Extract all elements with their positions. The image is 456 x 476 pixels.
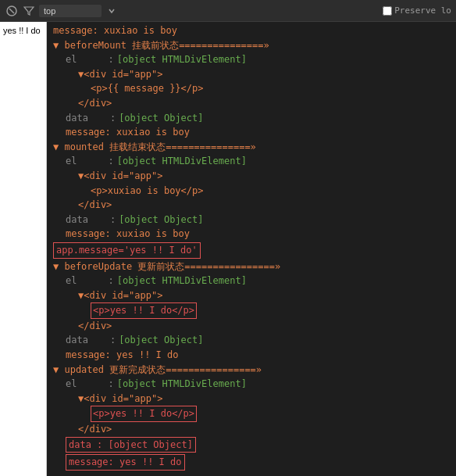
key-data2: data [66, 213, 88, 227]
clear-console-icon[interactable] [5, 4, 19, 18]
toolbar-left [5, 4, 119, 18]
msg-yes1: message: yes !! I do [66, 348, 179, 363]
div-app-open2: ▼<div id="app"> [78, 169, 162, 184]
list-item: message: yes !! I do [47, 348, 456, 363]
val-data: [object Object] [119, 111, 203, 126]
updated-header: ▼ updated 更新完成状态================» [53, 363, 262, 378]
val-el: [object HTMLDivElement] [117, 52, 247, 67]
list-item: </div> [47, 198, 456, 213]
sep5: : [108, 274, 113, 288]
mounted-header: ▼ mounted 挂载结束状态===============» [53, 140, 256, 155]
p-xuxiao: <p>xuxiao is boy</p> [91, 184, 204, 199]
list-item: message: yes !! I do [47, 454, 456, 471]
key-data3: data [66, 333, 88, 348]
key-el: el [66, 52, 77, 67]
list-item: ▼<div id="app"> [47, 392, 456, 406]
page-preview-text: yes !! I do [3, 25, 43, 37]
filter-icon[interactable] [22, 4, 36, 18]
key-el2: el [66, 154, 77, 169]
list-item: ▼ beforeUpdate 更新前状态================» [47, 259, 456, 274]
filter-input[interactable] [39, 5, 102, 17]
list-item: ▼ mounted 挂载结束状态===============» [47, 140, 456, 155]
console-text: message: xuxiao is boy [53, 23, 177, 38]
list-item: app.message='yes !! I do' [47, 242, 456, 259]
main-layout: yes !! I do message: xuxiao is boy ▼ bef… [0, 22, 456, 476]
list-item: data : [object Object] [47, 213, 456, 227]
list-item: el : [object HTMLDivElement] [47, 52, 456, 67]
sep6: : [110, 333, 116, 348]
list-item: ▼<div id="app"> [47, 67, 456, 82]
sep2: : [110, 111, 116, 126]
list-item: data : [object Object] [47, 333, 456, 348]
before-update-header: ▼ beforeUpdate 更新前状态================» [53, 259, 280, 274]
sep7: : [108, 377, 113, 392]
message-yes-boxed: message: yes !! I do [66, 454, 185, 471]
list-item: ▼ updated 更新完成状态================» [47, 363, 456, 378]
val-data3: [object Object] [119, 333, 203, 348]
list-item: <p>{{ message }}</p> [47, 81, 456, 96]
val-el2: [object HTMLDivElement] [117, 154, 247, 169]
list-item: data : [object Object] [47, 111, 456, 126]
list-item: </div> [47, 319, 456, 334]
p-yes-boxed2: <p>yes !! I do</p> [91, 406, 197, 422]
key-data: data [66, 111, 88, 126]
list-item: <p>xuxiao is boy</p> [47, 184, 456, 199]
before-mount-header: ▼ beforeMount 挂载前状态===============» [53, 38, 269, 53]
p-yes-boxed1: <p>yes !! I do</p> [91, 302, 197, 319]
list-item: </div> [47, 96, 456, 111]
list-item: <p>yes !! I do</p> [47, 406, 456, 422]
list-item: el : [object HTMLDivElement] [47, 154, 456, 169]
list-item: <p>yes !! I do</p> [47, 302, 456, 319]
sep4: : [110, 213, 116, 227]
top-bar: Preserve lo [0, 0, 456, 22]
list-item: ▼<div id="app"> [47, 169, 456, 184]
list-item: message: xuxiao is boy [47, 23, 456, 38]
data-boxed: data : [object Object] [66, 437, 196, 453]
list-item: data : [object Object] [47, 437, 456, 453]
console-panel[interactable]: message: xuxiao is boy ▼ beforeMount 挂载前… [47, 22, 456, 476]
div-close2: </div> [78, 198, 112, 213]
sep3: : [108, 154, 113, 169]
list-item: ▼ beforeMount 挂载前状态===============» [47, 38, 456, 53]
list-item: ▼<div id="app"> [47, 288, 456, 303]
val-el3: [object HTMLDivElement] [117, 274, 247, 288]
div-app-open4: ▼<div id="app"> [78, 392, 162, 406]
div-app-open: ▼<div id="app"> [78, 67, 162, 82]
msg-xuxiao2: message: xuxiao is boy [66, 227, 190, 242]
list-item: </div> [47, 422, 456, 437]
preserve-log-checkbox[interactable] [383, 6, 392, 16]
list-item: message: xuxiao is boy [47, 125, 456, 140]
p-message-template: <p>{{ message }}</p> [91, 81, 204, 96]
val-data2: [object Object] [119, 213, 203, 227]
preserve-log-label: Preserve lo [383, 5, 451, 16]
dropdown-arrow-icon[interactable] [105, 4, 119, 18]
div-close4: </div> [78, 422, 112, 437]
msg-xuxiao1: message: xuxiao is boy [66, 125, 190, 140]
div-close: </div> [78, 96, 112, 111]
page-preview-panel: yes !! I do [0, 22, 47, 476]
list-item: message: xuxiao is boy [47, 227, 456, 242]
app-message-boxed: app.message='yes !! I do' [53, 242, 201, 259]
sep: : [108, 52, 113, 67]
val-el4: [object HTMLDivElement] [117, 377, 247, 392]
div-close3: </div> [78, 319, 112, 334]
key-el3: el [66, 274, 77, 288]
svg-line-1 [9, 9, 14, 13]
div-app-open3: ▼<div id="app"> [78, 288, 162, 303]
list-item: el : [object HTMLDivElement] [47, 274, 456, 288]
key-el4: el [66, 377, 77, 392]
list-item: el : [object HTMLDivElement] [47, 377, 456, 392]
